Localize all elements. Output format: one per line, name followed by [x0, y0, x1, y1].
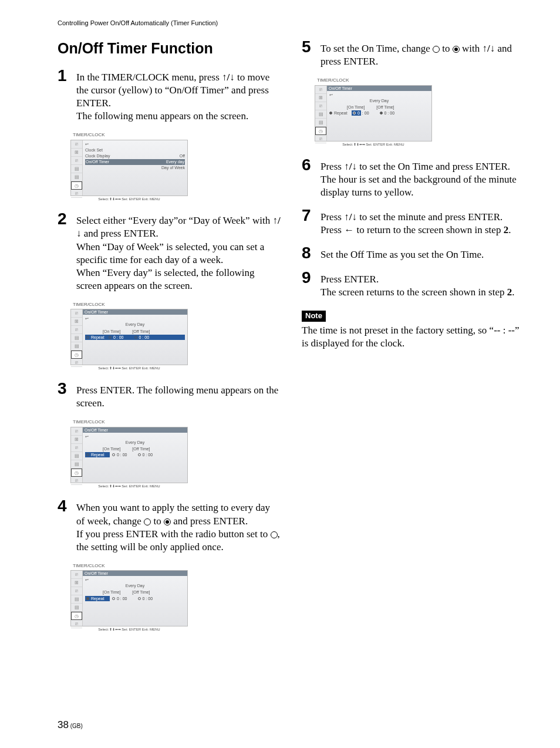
submenu-title: On/Off Timer — [327, 86, 431, 91]
step-number: 1 — [58, 68, 72, 123]
up-down-icon: ↑/↓ — [344, 161, 357, 172]
step-1: 1 In the TIMER/CLOCK menu, press ↑/↓ to … — [58, 68, 281, 123]
radio-empty-icon — [433, 46, 440, 53]
back-icon: ↩ — [85, 434, 89, 440]
radio-empty-icon — [109, 336, 112, 339]
side-icon: ⊞ — [71, 318, 82, 326]
label: Repeat — [91, 452, 109, 457]
side-icon: ▤ — [315, 110, 326, 119]
text: Select either “Every day”or “Day of Week… — [76, 215, 272, 226]
label: [On Time] — [103, 329, 120, 334]
content-columns: On/Off Timer Function 1 In the TIMER/CLO… — [58, 39, 525, 642]
menu-screenshot-4: TIMER/CLOCK ⎚ ⊞ ⎚ ▤ ▤ ◷ ⎚ On/Off Timer ↩… — [70, 562, 188, 634]
text: and press ENTER. — [171, 515, 248, 527]
value: 0 : 00 — [113, 335, 124, 340]
side-icon: ▤ — [71, 460, 82, 469]
step-9: 9 Press ENTER. The screen returns to the… — [302, 269, 525, 299]
label: On/Off Timer — [86, 159, 109, 165]
side-icon: ▤ — [71, 342, 82, 351]
text: If you press ENTER with the radio button… — [76, 528, 271, 540]
text: When “Every day” is selected, the follow… — [76, 267, 281, 292]
page-number: 38 (GB) — [58, 719, 83, 732]
clock-icon: ◷ — [71, 469, 82, 477]
step-number: 9 — [302, 269, 316, 299]
value: 0 : 00 — [117, 596, 127, 601]
menu-screenshot-2: TIMER/CLOCK ⎚ ⊞ ⎚ ▤ ▤ ◷ ⎚ On/Off Timer ↩… — [70, 301, 188, 372]
side-icon: ⎚ — [71, 359, 82, 367]
side-icon: ⊞ — [71, 436, 82, 444]
text: with — [460, 43, 483, 54]
side-icon: ⎚ — [315, 135, 326, 143]
text: Set the Off Time as you set the On Time. — [321, 249, 484, 260]
back-icon: ↩ — [85, 577, 89, 583]
menu-screenshot-1: TIMER/CLOCK ⎚ ⊞ ⎚ ▤ ▤ ◷ ⎚ ↩ Clock Set Cl… — [70, 131, 188, 203]
value: 0 : 00 — [139, 335, 150, 340]
side-icon: ▤ — [71, 452, 82, 460]
menu-screenshot-3: TIMER/CLOCK ⎚ ⊞ ⎚ ▤ ▤ ◷ ⎚ On/Off Timer ↩… — [70, 418, 188, 490]
back-icon: ↩ — [85, 316, 89, 322]
step-3: 3 Press ENTER. The following menu appear… — [58, 380, 281, 410]
step-body: Set the Off Time as you set the On Time. — [321, 245, 484, 261]
label: [Off Time] — [132, 589, 150, 595]
ss-footer: Select:⬆⬇⬅➡ Set: ENTER Exit: MENU — [70, 626, 188, 634]
step-2: 2 Select either “Every day”or “Day of We… — [58, 211, 281, 292]
value: Day of Week — [161, 165, 185, 171]
step-body: To set the On Time, change to with ↑/↓ a… — [321, 39, 525, 68]
label: [On Time] — [103, 589, 120, 595]
side-icon: ▤ — [71, 165, 82, 173]
clock-icon: ◷ — [71, 351, 82, 359]
step-body: Press ↑/↓ to set the On Time and press E… — [321, 157, 525, 199]
step-body: Press ENTER. The following menu appears … — [76, 380, 281, 410]
value: 0 — [357, 110, 360, 116]
back-icon: ↩ — [329, 92, 333, 98]
radio-empty-icon — [138, 453, 141, 456]
ss-footer: Select:⬆⬇⬅➡ Set: ENTER Exit: MENU — [70, 483, 188, 490]
side-icon: ⎚ — [315, 102, 326, 110]
radio-filled-icon — [86, 597, 89, 600]
radio-filled-icon — [453, 46, 460, 53]
text: Press ENTER. — [321, 273, 514, 286]
ss-title: TIMER/CLOCK — [70, 562, 188, 570]
text: Press ENTER. The following menu appears … — [76, 385, 278, 409]
submenu-title: On/Off Timer — [83, 309, 187, 315]
value: Off — [180, 153, 185, 159]
value: 0 : 00 — [143, 452, 153, 457]
label: [Off Time] — [376, 105, 394, 110]
running-header: Controlling Power On/Off Automatically (… — [58, 19, 525, 27]
label: Clock Display — [85, 153, 110, 159]
side-icon: ⎚ — [71, 309, 82, 318]
side-icon: ⎚ — [71, 427, 82, 436]
step-number: 6 — [302, 157, 316, 199]
label: Repeat — [91, 596, 109, 601]
step-number: 4 — [58, 498, 72, 553]
page-title: On/Off Timer Function — [58, 39, 281, 58]
side-icon: ▤ — [71, 334, 82, 342]
note-badge: Note — [302, 311, 326, 322]
radio-empty-icon — [134, 336, 137, 339]
right-column: 5 To set the On Time, change to with ↑/↓… — [302, 39, 525, 642]
radio-empty-icon — [144, 518, 151, 525]
submenu-title: On/Off Timer — [83, 427, 187, 433]
radio-empty-icon — [271, 531, 278, 538]
step-number: 5 — [302, 39, 316, 68]
side-icon: ⎚ — [71, 326, 82, 334]
value: 0 : 00 — [143, 596, 153, 601]
side-icon: ⎚ — [71, 444, 82, 452]
value: 0 : 00 — [384, 110, 395, 116]
step-body: Press ENTER. The screen returns to the s… — [321, 269, 514, 299]
text: Press — [321, 211, 344, 223]
text: Press — [321, 161, 344, 172]
step-body: Select either “Every day”or “Day of Week… — [76, 211, 281, 292]
radio-filled-icon — [380, 112, 383, 114]
step-4: 4 When you want to apply the setting to … — [58, 498, 281, 553]
clock-icon: ◷ — [71, 612, 82, 620]
page-num-value: 38 — [58, 719, 69, 730]
up-down-icon: ↑/↓ — [482, 43, 495, 54]
radio-filled-icon — [164, 518, 171, 525]
side-icon: ⊞ — [315, 94, 326, 102]
radio-empty-icon — [138, 597, 141, 600]
step-5: 5 To set the On Time, change to with ↑/↓… — [302, 39, 525, 68]
text: The screen returns to the screen shown i… — [321, 287, 507, 298]
side-icon: ⎚ — [71, 477, 82, 485]
side-icon: ▤ — [71, 173, 82, 181]
